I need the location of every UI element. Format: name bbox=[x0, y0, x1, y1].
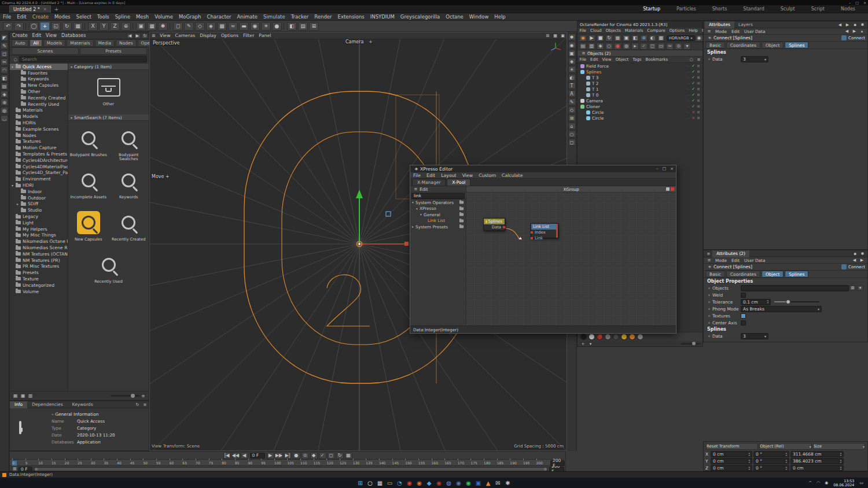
material-ball[interactable] bbox=[613, 334, 619, 340]
viewport-menu-item[interactable]: Panel bbox=[256, 33, 273, 38]
tag-icon[interactable] bbox=[697, 70, 700, 73]
sep[interactable] bbox=[25, 23, 27, 30]
objects-menu-item[interactable]: View bbox=[600, 57, 613, 62]
scale-icon[interactable]: ◱ bbox=[51, 22, 61, 31]
section-header[interactable]: Splines bbox=[707, 327, 726, 332]
octane-menu-item[interactable]: Materials bbox=[623, 28, 645, 33]
asset-filter-tab[interactable]: All bbox=[30, 39, 42, 47]
prev-key-icon[interactable]: ◀◀ bbox=[232, 452, 240, 459]
start-button[interactable]: ⊞ bbox=[355, 478, 365, 487]
asset-tree-item[interactable]: ▸ SDiff bbox=[10, 201, 68, 208]
live-viewer-icon[interactable]: ◉ bbox=[579, 35, 587, 42]
enable-check-icon[interactable]: ✓ bbox=[692, 69, 695, 74]
menu-item[interactable]: Help bbox=[491, 14, 508, 20]
maximize-view-icon[interactable]: ⊞ bbox=[545, 33, 551, 39]
xpool-tree-item[interactable]: ▾ XPresso bbox=[410, 206, 466, 212]
octane-anchor-icon[interactable]: A bbox=[568, 90, 576, 97]
material-ball[interactable] bbox=[589, 334, 595, 340]
tag-icon[interactable] bbox=[697, 64, 700, 68]
smartsearch-header[interactable]: ▾ SmartSearch (7 Items) bbox=[68, 114, 149, 121]
link-input-port[interactable] bbox=[531, 237, 533, 239]
play-icon[interactable]: ▸ bbox=[631, 43, 639, 50]
layout-tab[interactable]: Standard bbox=[735, 6, 772, 12]
subsample-icon[interactable]: ▩ bbox=[657, 35, 665, 42]
mode-menu-item[interactable]: Mode bbox=[713, 29, 729, 34]
menu-item[interactable]: Modes bbox=[52, 14, 73, 20]
render-view-icon[interactable]: ▣ bbox=[136, 22, 146, 31]
cinema4d-icon[interactable]: ◆ bbox=[424, 478, 434, 487]
visibility-dots-icon[interactable]: ·· bbox=[686, 64, 690, 68]
textures-checkbox[interactable] bbox=[741, 313, 746, 319]
menu-item[interactable]: Extensions bbox=[335, 14, 367, 20]
pen-tool-icon[interactable]: ✎ bbox=[1, 42, 8, 49]
xpresso-menu-item[interactable]: View bbox=[459, 173, 476, 178]
material-icon[interactable]: ● bbox=[272, 22, 282, 31]
coordinate-button[interactable]: Reset Transform bbox=[706, 443, 758, 450]
asset-tree-item[interactable]: Other bbox=[10, 88, 68, 95]
menu-item[interactable]: Tracker bbox=[288, 14, 312, 20]
position-field[interactable]: 0 cm▴▾ bbox=[711, 465, 752, 471]
asset-tree-item[interactable]: Indoor bbox=[10, 188, 68, 195]
asset-tree-item[interactable]: Cycles4DArchitecturePack-4K bbox=[10, 157, 68, 164]
data-output-port[interactable] bbox=[503, 226, 505, 228]
spotify-icon[interactable]: ◉ bbox=[464, 478, 473, 487]
dropdown-icon[interactable]: ▾ bbox=[587, 341, 594, 347]
object-row[interactable]: Circle ·· × bbox=[578, 109, 703, 115]
tag-icon[interactable] bbox=[697, 76, 700, 79]
coordinate-button[interactable]: Object (Rel)▾ bbox=[759, 443, 811, 450]
asset-tree-item[interactable]: My Helpers bbox=[10, 226, 68, 232]
discord-icon[interactable]: ◍ bbox=[444, 478, 454, 487]
smartsearch-tile[interactable]: Bodypaint Brushes bbox=[69, 122, 108, 164]
back-icon[interactable]: ◀ bbox=[127, 33, 133, 39]
smartsearch-tile[interactable]: Recently Used bbox=[90, 249, 128, 291]
menu-icon[interactable]: ≡ bbox=[142, 402, 148, 408]
asset-tree-item[interactable]: Texture bbox=[10, 276, 68, 282]
document-tab[interactable]: Untitled 2 * × bbox=[9, 5, 51, 13]
visibility-dots-icon[interactable]: ·· bbox=[686, 105, 690, 109]
prev-icon[interactable]: ◀ bbox=[844, 28, 850, 34]
asset-tree-item[interactable]: Light bbox=[10, 220, 68, 226]
lock-icon[interactable]: ▪ bbox=[852, 22, 858, 28]
object-row[interactable]: Circle ·· × bbox=[578, 115, 703, 121]
objects-field[interactable] bbox=[741, 285, 849, 291]
xpool-tree-item[interactable]: ▾ System Operators bbox=[410, 199, 466, 206]
select-tool-icon[interactable]: ◤ bbox=[1, 34, 8, 41]
aov-icon[interactable]: ● bbox=[614, 43, 621, 50]
menu-item[interactable]: Edit bbox=[14, 14, 29, 20]
object-row[interactable]: T 2 ·· ✓ bbox=[578, 80, 703, 86]
category-header[interactable]: ▾ Category (1 Item) bbox=[68, 64, 149, 70]
xpresso-menu-item[interactable]: Custom bbox=[476, 173, 499, 178]
object-row[interactable]: Camera ·· ✓ bbox=[578, 98, 703, 103]
asset-tree-item[interactable]: Example Scenes bbox=[10, 126, 68, 132]
octane-menu-item[interactable]: Compare bbox=[645, 28, 667, 33]
volume-icon[interactable]: ▩ bbox=[217, 22, 227, 31]
layout-tab[interactable]: Shorts bbox=[704, 6, 735, 12]
octane-menu-item[interactable]: Cloud bbox=[589, 28, 604, 33]
layout-tab[interactable]: Script bbox=[803, 6, 833, 12]
mail-icon[interactable]: ✉ bbox=[493, 478, 503, 487]
pick-material-icon[interactable]: ▣ bbox=[623, 35, 630, 42]
settings-icon[interactable]: ✱ bbox=[503, 478, 513, 487]
splines-node[interactable]: Splines Data bbox=[483, 218, 505, 231]
asset-tree-item[interactable]: Recently Created bbox=[10, 95, 68, 101]
asset-tree-item[interactable]: NM Textures (OCTANE) bbox=[10, 251, 68, 257]
cube-primitive-icon[interactable]: ◻ bbox=[173, 22, 183, 31]
xpresso-menu-item[interactable]: Edit bbox=[424, 173, 438, 178]
menu-item[interactable]: Select bbox=[73, 14, 94, 20]
next-icon[interactable]: ▶ bbox=[859, 257, 865, 263]
smartsearch-tile[interactable]: Bodypaint Swatches bbox=[109, 122, 148, 164]
pen-spline-icon[interactable]: ✎ bbox=[184, 22, 194, 31]
wave-icon[interactable]: ≈ bbox=[666, 43, 674, 50]
visibility-dots-icon[interactable]: ·· bbox=[686, 99, 690, 103]
object-row[interactable]: T 1 ·· ✓ bbox=[578, 86, 703, 92]
menu-item[interactable]: Character bbox=[204, 14, 234, 20]
xpool-tree-item[interactable]: ▸ System Presets bbox=[410, 224, 466, 230]
camera-label[interactable]: Camera bbox=[345, 39, 363, 45]
size-field[interactable]: 311.4668 cm▴▾ bbox=[790, 451, 844, 457]
layout-tab[interactable]: Sculpt bbox=[773, 6, 803, 12]
viewport-menu-item[interactable]: Display bbox=[197, 33, 219, 38]
octane-text-icon[interactable]: T bbox=[568, 82, 576, 89]
info-tab[interactable]: Info bbox=[10, 401, 27, 408]
end-frame-field[interactable]: 200 F bbox=[550, 460, 565, 466]
asset-filter-tab[interactable]: Models bbox=[43, 39, 65, 47]
